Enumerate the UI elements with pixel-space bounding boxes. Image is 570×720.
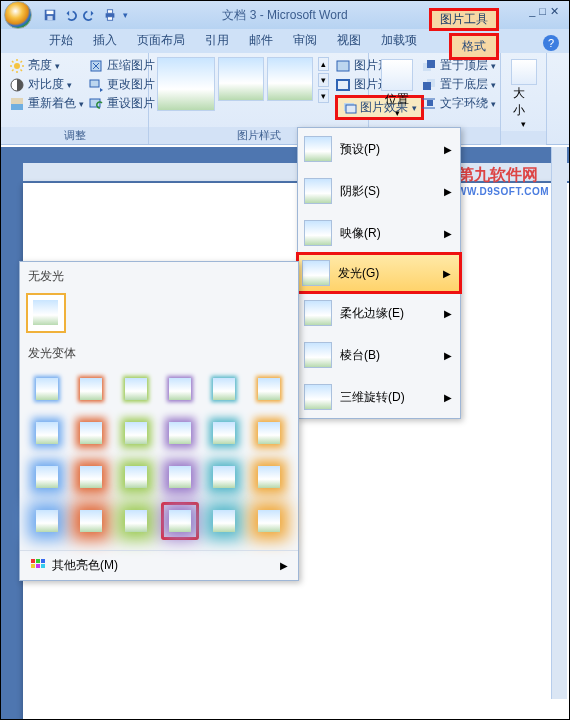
- svg-rect-24: [346, 105, 356, 113]
- glow-swatch[interactable]: [72, 370, 110, 408]
- close-icon[interactable]: ✕: [550, 5, 563, 17]
- tab-5[interactable]: 审阅: [283, 28, 327, 53]
- tab-7[interactable]: 加载项: [371, 28, 427, 53]
- size-button[interactable]: 大小 ▾: [509, 57, 538, 131]
- gallery-header-variants: 发光变体: [20, 339, 298, 364]
- glow-swatch[interactable]: [28, 370, 66, 408]
- glow-swatch[interactable]: [28, 458, 66, 496]
- print-icon[interactable]: [103, 8, 117, 22]
- undo-icon[interactable]: [63, 8, 77, 22]
- save-icon[interactable]: [43, 8, 57, 22]
- glow-swatch[interactable]: [205, 414, 243, 452]
- gallery-scroll-down[interactable]: ▾: [318, 73, 329, 87]
- svg-rect-28: [423, 82, 431, 90]
- compress-button[interactable]: 压缩图片: [88, 57, 155, 74]
- glow-swatch[interactable]: [161, 370, 199, 408]
- glow-swatch[interactable]: [161, 458, 199, 496]
- tab-format[interactable]: 格式: [449, 33, 499, 60]
- redo-icon[interactable]: [83, 8, 97, 22]
- fx-soft-edges[interactable]: 柔化边缘(E)▶: [298, 292, 460, 334]
- watermark: 第九软件网 WWW.D9SOFT.COM: [447, 165, 549, 197]
- glow-swatch[interactable]: [28, 414, 66, 452]
- picture-styles-gallery[interactable]: ▴ ▾ ▾: [157, 57, 329, 111]
- gallery-header-noglow: 无发光: [20, 262, 298, 287]
- svg-rect-36: [36, 564, 40, 568]
- svg-point-6: [14, 63, 20, 69]
- chevron-right-icon: ▶: [443, 268, 451, 279]
- glow-swatch[interactable]: [117, 502, 155, 540]
- restore-icon[interactable]: □: [539, 5, 550, 17]
- svg-rect-2: [47, 16, 52, 20]
- text-wrap-button[interactable]: 文字环绕▾: [421, 95, 496, 112]
- send-back-button[interactable]: 置于底层▾: [421, 76, 496, 93]
- tab-0[interactable]: 开始: [39, 28, 83, 53]
- chevron-right-icon: ▶: [444, 186, 452, 197]
- svg-rect-32: [31, 559, 35, 563]
- glow-swatch[interactable]: [72, 414, 110, 452]
- tab-3[interactable]: 引用: [195, 28, 239, 53]
- glow-swatch[interactable]: [72, 502, 110, 540]
- office-button[interactable]: [4, 1, 32, 29]
- glow-swatch[interactable]: [250, 458, 288, 496]
- glow-swatch[interactable]: [205, 370, 243, 408]
- vertical-scrollbar[interactable]: [551, 147, 567, 699]
- bevel-icon: [304, 342, 332, 368]
- glow-swatch[interactable]: [250, 414, 288, 452]
- fx-preset[interactable]: 预设(P)▶: [298, 128, 460, 170]
- tab-4[interactable]: 邮件: [239, 28, 283, 53]
- rotation-icon: [304, 384, 332, 410]
- help-icon[interactable]: ?: [543, 35, 559, 51]
- chevron-right-icon: ▶: [444, 350, 452, 361]
- svg-rect-35: [31, 564, 35, 568]
- group-label-adjust: 调整: [1, 127, 148, 144]
- size-icon: [511, 59, 537, 85]
- glow-swatch[interactable]: [250, 502, 288, 540]
- glow-swatch[interactable]: [72, 458, 110, 496]
- glow-swatch[interactable]: [161, 414, 199, 452]
- fx-reflection[interactable]: 映像(R)▶: [298, 212, 460, 254]
- context-tab-picture-tools[interactable]: 图片工具: [429, 8, 499, 31]
- tab-2[interactable]: 页面布局: [127, 28, 195, 53]
- glow-swatch[interactable]: [28, 502, 66, 540]
- reflection-icon: [304, 220, 332, 246]
- color-picker-icon: [30, 558, 46, 574]
- reset-picture-button[interactable]: 重设图片: [88, 95, 155, 112]
- preset-icon: [304, 136, 332, 162]
- recolor-button[interactable]: 重新着色▾: [9, 95, 84, 112]
- glow-icon: [302, 260, 330, 286]
- brightness-button[interactable]: 亮度▾: [9, 57, 84, 74]
- group-label-size: [501, 131, 546, 145]
- svg-line-11: [12, 61, 14, 63]
- position-button[interactable]: 位置 ▾: [377, 57, 417, 120]
- chevron-right-icon: ▶: [444, 392, 452, 403]
- more-glow-colors[interactable]: 其他亮色(M) ▶: [20, 550, 298, 580]
- glow-swatch[interactable]: [117, 370, 155, 408]
- fx-bevel[interactable]: 棱台(B)▶: [298, 334, 460, 376]
- svg-rect-29: [427, 100, 433, 106]
- tab-1[interactable]: 插入: [83, 28, 127, 53]
- fx-3d-rotation[interactable]: 三维旋转(D)▶: [298, 376, 460, 418]
- window-title: 文档 3 - Microsoft Word: [222, 7, 347, 24]
- glow-swatch[interactable]: [117, 458, 155, 496]
- minimize-icon[interactable]: _: [529, 5, 539, 17]
- fx-glow[interactable]: 发光(G)▶: [296, 252, 462, 294]
- gallery-more[interactable]: ▾: [318, 89, 329, 103]
- gallery-scroll-up[interactable]: ▴: [318, 57, 329, 71]
- soft-edges-icon: [304, 300, 332, 326]
- no-glow-swatch[interactable]: [26, 293, 66, 333]
- chevron-right-icon: ▶: [444, 228, 452, 239]
- glow-swatch[interactable]: [161, 502, 199, 540]
- fx-shadow[interactable]: 阴影(S)▶: [298, 170, 460, 212]
- svg-rect-37: [41, 564, 45, 568]
- qat-dropdown-icon[interactable]: ▾: [123, 10, 128, 20]
- svg-rect-17: [11, 104, 23, 110]
- tab-6[interactable]: 视图: [327, 28, 371, 53]
- glow-swatch[interactable]: [250, 370, 288, 408]
- glow-swatch[interactable]: [205, 502, 243, 540]
- svg-line-14: [21, 61, 23, 63]
- svg-rect-21: [337, 61, 349, 71]
- change-picture-button[interactable]: 更改图片: [88, 76, 155, 93]
- glow-swatch[interactable]: [117, 414, 155, 452]
- contrast-button[interactable]: 对比度▾: [9, 76, 84, 93]
- glow-swatch[interactable]: [205, 458, 243, 496]
